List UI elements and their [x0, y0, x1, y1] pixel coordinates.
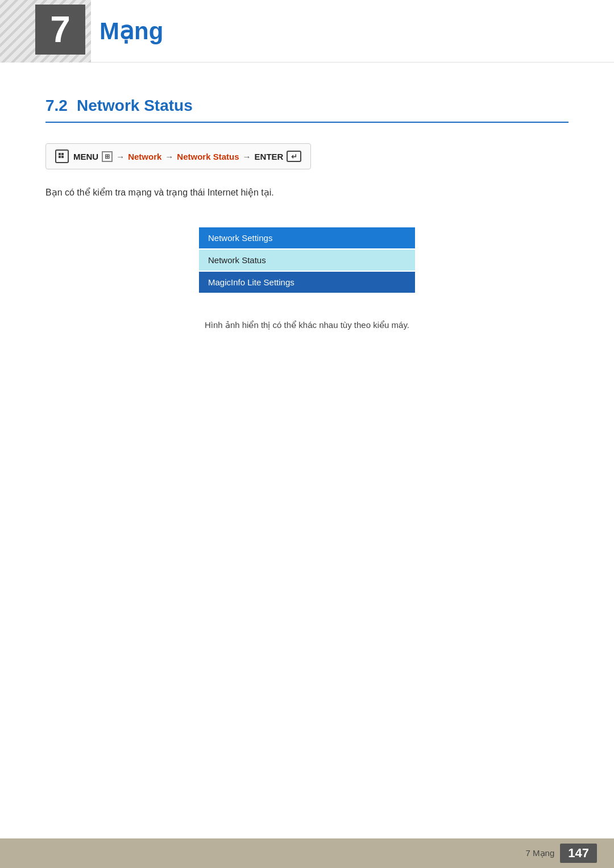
breadcrumb-network: Network: [128, 152, 161, 161]
svg-rect-1: [61, 153, 64, 155]
section-number: 7.2: [45, 97, 68, 115]
menu-screenshot: Network Settings Network Status MagicInf…: [199, 227, 415, 293]
chapter-header: 7 Mạng: [0, 0, 614, 63]
breadcrumb-network-status: Network Status: [177, 152, 239, 161]
footer: 7 Mạng 147: [0, 838, 614, 868]
main-content: 7.2 Network Status MENU ⊞ → Network → Ne…: [0, 63, 614, 376]
menu-item-magicinfo[interactable]: MagicInfo Lite Settings: [199, 272, 415, 293]
description-text: Bạn có thể kiểm tra mạng và trạng thái I…: [45, 185, 569, 200]
section-title: Network Status: [77, 97, 193, 115]
svg-rect-2: [59, 156, 61, 158]
breadcrumb-arrow2: →: [165, 152, 173, 161]
menu-item-network-status[interactable]: Network Status: [199, 250, 415, 271]
nav-breadcrumb: MENU ⊞ → Network → Network Status → ENTE…: [45, 143, 311, 169]
menu-icon: [55, 149, 69, 163]
caption-text: Hình ảnh hiển thị có thể khác nhau tùy t…: [45, 320, 569, 330]
footer-page-number: 147: [560, 844, 597, 863]
chapter-number: 7: [50, 11, 70, 48]
breadcrumb-menu: MENU: [73, 152, 98, 161]
svg-rect-0: [59, 153, 61, 155]
breadcrumb-enter: ENTER: [255, 152, 284, 161]
svg-rect-3: [61, 156, 64, 158]
breadcrumb-arrow1: →: [116, 152, 125, 161]
enter-icon: ↵: [287, 151, 301, 162]
footer-chapter-label: 7 Mạng: [526, 848, 555, 858]
breadcrumb-arrow3: →: [243, 152, 251, 161]
menu-item-network-settings[interactable]: Network Settings: [199, 227, 415, 248]
chapter-number-box: 7: [35, 5, 85, 55]
section-heading: 7.2 Network Status: [45, 97, 569, 123]
chapter-title: Mạng: [99, 17, 163, 45]
grid-icon: ⊞: [102, 151, 113, 162]
